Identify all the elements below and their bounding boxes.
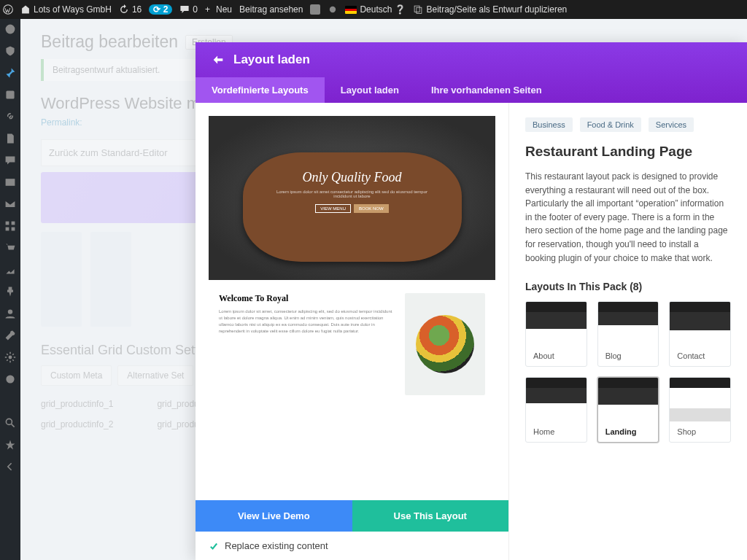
duplicate-post[interactable]: Beitrag/Seite als Entwurf duplizieren <box>413 4 567 15</box>
appearance-icon[interactable] <box>4 264 16 276</box>
shield-icon[interactable] <box>4 45 16 57</box>
modal-tabs: Vordefinierte Layouts Layout laden Ihre … <box>196 77 747 103</box>
comments-icon[interactable] <box>4 155 16 166</box>
new-content[interactable]: +Neu <box>205 4 232 15</box>
use-layout-button[interactable]: Use This Layout <box>352 500 509 532</box>
comments-count: 0 <box>193 4 198 15</box>
layout-details: Business Food & Drink Services Restauran… <box>509 103 747 560</box>
help-icon: ❔ <box>395 4 406 15</box>
tab-existing[interactable]: Ihre vorhandenen Seiten <box>415 77 558 103</box>
svg-rect-8 <box>6 222 9 225</box>
yoast-icon[interactable] <box>310 4 320 15</box>
tag-services[interactable]: Services <box>649 117 694 132</box>
svg-point-5 <box>6 25 15 34</box>
wp-logo[interactable] <box>3 4 13 15</box>
welcome-lorem: Lorem ipsum dolor sit amet, consectetur … <box>219 308 395 335</box>
pack-card-home[interactable]: Home <box>525 377 587 443</box>
tab-load[interactable]: Layout laden <box>325 77 415 103</box>
preview-section-welcome: Welcome To Royal Lorem ipsum dolor sit a… <box>209 280 495 408</box>
svg-point-13 <box>9 356 12 359</box>
dashboard-icon[interactable] <box>4 23 16 35</box>
view-demo-button[interactable]: View Live Demo <box>196 500 352 532</box>
check-icon <box>209 541 219 551</box>
seo-icon[interactable] <box>4 373 16 385</box>
media-icon[interactable] <box>4 89 16 101</box>
hero-lorem: Lorem ipsum dolor sit amet consectetur a… <box>272 190 433 198</box>
hero-btn-fill: BOOK NOW <box>354 204 389 213</box>
view-post[interactable]: Beitrag ansehen <box>239 4 303 15</box>
svg-point-0 <box>4 5 13 15</box>
svg-point-2 <box>330 7 336 12</box>
site-name[interactable]: Lots of Ways GmbH <box>20 4 112 15</box>
svg-rect-4 <box>417 7 422 13</box>
users-icon[interactable] <box>4 308 16 319</box>
layout-description: This restaurant layout pack is designed … <box>525 170 731 265</box>
pack-card-shop[interactable]: Shop <box>669 377 731 443</box>
layout-title: Restaurant Landing Page <box>525 144 731 160</box>
svg-rect-1 <box>310 4 320 15</box>
svg-point-12 <box>8 309 12 314</box>
star-icon[interactable] <box>4 439 16 451</box>
pages-icon[interactable] <box>4 133 16 144</box>
comments[interactable]: 0 <box>179 4 198 15</box>
tag-business[interactable]: Business <box>525 117 573 132</box>
layout-modal: Layout laden Vordefinierte Layouts Layou… <box>196 42 747 560</box>
svg-rect-10 <box>6 228 9 231</box>
pack-heading: Layouts In This Pack (8) <box>525 281 731 292</box>
collapse-icon[interactable] <box>4 461 16 472</box>
language-label: Deutsch <box>360 4 392 15</box>
svg-rect-14 <box>6 375 14 383</box>
welcome-title: Welcome To Royal <box>219 293 395 304</box>
new-label: Neu <box>216 4 232 15</box>
analytics-icon[interactable] <box>4 395 16 407</box>
flag-de-icon <box>345 6 357 14</box>
replace-label: Replace existing content <box>225 540 328 551</box>
svg-rect-11 <box>12 228 15 231</box>
preview-hero: Only Quality Food Lorem ipsum dolor sit … <box>209 116 495 280</box>
tab-predefined[interactable]: Vordefinierte Layouts <box>196 77 325 103</box>
language-switch[interactable]: Deutsch ❔ <box>345 4 406 15</box>
admin-bar: Lots of Ways GmbH 16 ⟳ 2 0 +Neu Beitrag … <box>0 0 747 19</box>
svg-rect-9 <box>12 222 15 225</box>
hero-btn-outline: VIEW MENU <box>315 204 351 213</box>
back-arrow-icon[interactable] <box>212 53 225 66</box>
link-icon[interactable] <box>4 111 16 122</box>
settings-icon[interactable] <box>4 351 16 363</box>
layout-pack-grid: About Blog Contact Home Landing Shop <box>525 301 731 443</box>
preview-actions: View Live Demo Use This Layout <box>196 500 508 532</box>
projects-icon[interactable] <box>4 176 16 188</box>
svg-point-15 <box>6 419 12 424</box>
status-dot-icon[interactable] <box>328 4 338 15</box>
replace-content-row[interactable]: Replace existing content <box>196 532 508 560</box>
grid-icon[interactable] <box>4 220 16 232</box>
modal-title-text: Layout laden <box>233 52 310 67</box>
site-name-text: Lots of Ways GmbH <box>34 4 112 15</box>
admin-menu-rail <box>0 19 20 560</box>
mail-icon[interactable] <box>4 198 16 210</box>
svg-rect-3 <box>415 6 420 12</box>
revisions-count: 16 <box>132 4 142 15</box>
pin-icon[interactable] <box>4 67 16 79</box>
updates[interactable]: ⟳ 2 <box>149 4 172 15</box>
vegetable-image <box>405 293 485 395</box>
duplicate-label: Beitrag/Seite als Entwurf duplizieren <box>426 4 567 15</box>
tools-icon[interactable] <box>4 330 16 341</box>
pack-card-about[interactable]: About <box>525 301 587 367</box>
pack-card-contact[interactable]: Contact <box>669 301 731 367</box>
layout-preview: Only Quality Food Lorem ipsum dolor sit … <box>196 103 509 560</box>
revisions[interactable]: 16 <box>119 4 142 15</box>
cart-icon[interactable] <box>4 242 16 254</box>
svg-rect-7 <box>6 179 15 186</box>
category-tags: Business Food & Drink Services <box>525 117 731 132</box>
svg-rect-6 <box>6 90 14 98</box>
search-icon[interactable] <box>4 417 16 429</box>
plugins-icon[interactable] <box>4 286 16 298</box>
tag-food[interactable]: Food & Drink <box>580 117 641 132</box>
pack-card-landing[interactable]: Landing <box>597 377 659 443</box>
pack-card-blog[interactable]: Blog <box>597 301 659 367</box>
hero-title: Only Quality Food <box>303 170 402 185</box>
modal-header: Layout laden Vordefinierte Layouts Layou… <box>196 42 747 103</box>
